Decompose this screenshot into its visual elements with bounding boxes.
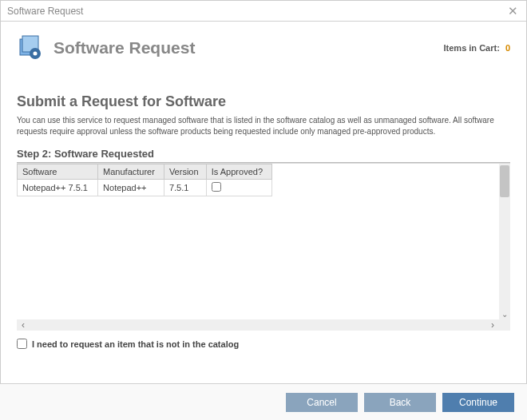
chevron-down-icon[interactable]: ⌄ xyxy=(499,308,510,319)
approved-checkbox[interactable] xyxy=(212,182,221,192)
cell-version: 7.5.1 xyxy=(164,180,206,196)
title-bar: Software Request ✕ xyxy=(1,1,526,22)
table-header-row: Software Manufacturer Version Is Approve… xyxy=(18,164,272,180)
header-left: Software Request xyxy=(17,34,195,61)
page-description: You can use this service to request mana… xyxy=(17,115,510,137)
col-version[interactable]: Version xyxy=(164,164,206,180)
svg-point-3 xyxy=(34,52,38,56)
table-viewport: Software Manufacturer Version Is Approve… xyxy=(17,164,499,319)
horizontal-scrollbar[interactable]: ‹ › xyxy=(17,319,499,331)
software-box-icon xyxy=(17,34,44,61)
catalog-checkbox-row[interactable]: I need to request an item that is not in… xyxy=(17,339,510,349)
back-button[interactable]: Back xyxy=(364,393,436,412)
cell-approved xyxy=(206,180,271,196)
scroll-corner xyxy=(499,319,510,331)
cell-manufacturer: Notepad++ xyxy=(98,180,164,196)
not-in-catalog-label: I need to request an item that is not in… xyxy=(32,339,239,349)
chevron-right-icon[interactable]: › xyxy=(486,319,499,331)
software-table: Software Manufacturer Version Is Approve… xyxy=(17,164,272,196)
cart-count: 0 xyxy=(505,43,510,53)
cell-software: Notepad++ 7.5.1 xyxy=(18,180,98,196)
vertical-scrollbar[interactable]: ⌄ xyxy=(499,164,510,319)
page-header-title: Software Request xyxy=(53,38,195,57)
chevron-left-icon[interactable]: ‹ xyxy=(17,319,30,331)
col-approved[interactable]: Is Approved? xyxy=(206,164,271,180)
vscroll-thumb[interactable] xyxy=(500,165,509,197)
footer-bar: Cancel Back Continue xyxy=(0,383,527,420)
cart-label: Items in Cart: xyxy=(444,43,500,53)
col-software[interactable]: Software xyxy=(18,164,98,180)
close-icon[interactable]: ✕ xyxy=(505,4,521,18)
table-row[interactable]: Notepad++ 7.5.1 Notepad++ 7.5.1 xyxy=(18,180,272,196)
col-manufacturer[interactable]: Manufacturer xyxy=(98,164,164,180)
page-title: Submit a Request for Software xyxy=(17,93,510,110)
step-label: Step 2: Software Requested xyxy=(17,148,510,163)
cart-summary: Items in Cart: 0 xyxy=(444,43,510,53)
continue-button[interactable]: Continue xyxy=(442,393,514,412)
header-row: Software Request Items in Cart: 0 xyxy=(17,34,510,61)
content-area: Software Request Items in Cart: 0 Submit… xyxy=(1,22,526,349)
software-table-container: Software Manufacturer Version Is Approve… xyxy=(17,163,510,331)
not-in-catalog-checkbox[interactable] xyxy=(17,339,27,349)
window-title: Software Request xyxy=(7,6,83,17)
cancel-button[interactable]: Cancel xyxy=(286,393,358,412)
